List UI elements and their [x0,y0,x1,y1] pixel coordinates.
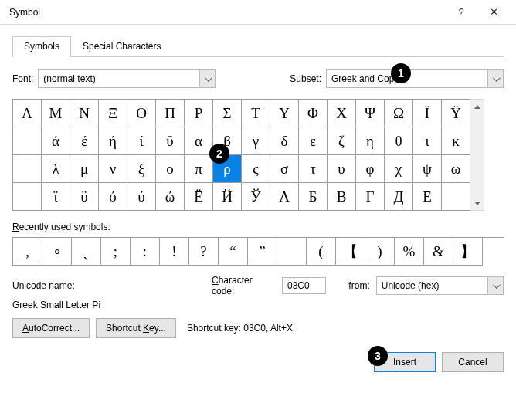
grid-scrollbar[interactable] [470,99,484,211]
tab-special-characters[interactable]: Special Characters [71,36,172,57]
from-combo[interactable]: Unicode (hex) [376,276,504,295]
symbol-cell[interactable]: Χ [328,100,356,127]
symbol-cell[interactable]: ώ [156,183,185,211]
symbol-cell[interactable]: Τ [242,100,270,127]
close-button[interactable]: ✕ [477,1,510,24]
font-dropdown-button[interactable] [199,70,215,87]
symbol-cell[interactable]: ε [299,127,328,155]
char-code-input[interactable]: 03C0 [282,277,326,294]
symbol-cell[interactable]: Й [213,183,242,211]
recent-symbol-cell[interactable]: “ [219,238,248,266]
symbol-cell[interactable]: Е [413,183,442,211]
recent-symbol-cell[interactable]: : [131,238,160,266]
symbol-cell[interactable]: ξ [127,155,156,183]
symbol-cell[interactable]: λ [42,155,70,183]
symbol-cell[interactable]: σ [270,155,299,183]
recent-symbol-cell[interactable]: % [395,238,424,266]
recent-symbol-cell[interactable]: ? [189,238,219,266]
symbol-cell[interactable]: Ν [70,100,99,127]
symbol-cell[interactable]: Σ [213,100,242,127]
tab-symbols[interactable]: Symbols [12,36,71,57]
recent-symbol-cell[interactable]: 【 [336,238,365,266]
symbol-cell[interactable]: Ο [127,100,156,127]
help-button[interactable]: ? [445,1,477,24]
recent-grid[interactable]: ,∘ˎ;:!?“”(【)%&】 [12,237,504,266]
scroll-down-button[interactable] [470,196,484,210]
symbol-cell[interactable]: Ω [385,100,413,127]
symbol-cell[interactable]: π [185,155,213,183]
scroll-up-button[interactable] [470,100,484,113]
symbol-cell[interactable]: Г [356,183,385,211]
symbol-cell[interactable]: μ [70,155,99,183]
cancel-button[interactable]: Cancel [442,352,504,372]
symbol-cell[interactable]: θ [385,127,413,155]
symbol-cell[interactable]: ψ [413,155,442,183]
symbol-cell[interactable]: ς [242,155,270,183]
from-label: from: [348,280,369,291]
symbol-cell[interactable]: ζ [328,127,356,155]
symbol-cell[interactable] [13,127,42,155]
symbol-grid[interactable]: ΛΜΝΞΟΠΡΣΤΥΦΧΨΩΪΫάέήίΰαβγδεζηθικλμνξοπρςσ… [12,99,470,211]
symbol-cell[interactable]: ι [413,127,442,155]
symbol-cell[interactable]: Π [156,100,185,127]
unicode-name-row: Unicode name: Character code: 03C0 from:… [12,275,504,296]
symbol-cell[interactable]: ϋ [70,183,99,211]
symbol-cell[interactable]: ω [442,155,470,183]
symbol-cell[interactable]: δ [270,127,299,155]
symbol-cell[interactable]: Ξ [99,100,127,127]
symbol-cell[interactable] [13,183,42,211]
recent-symbol-cell[interactable]: ∘ [42,238,72,266]
recent-symbol-cell[interactable]: ” [248,238,277,266]
recent-symbol-cell[interactable]: , [13,238,42,266]
symbol-cell[interactable]: Ё [185,183,213,211]
symbol-cell[interactable]: Б [299,183,328,211]
symbol-cell[interactable]: Ϋ [442,100,470,127]
symbol-cell[interactable]: ο [156,155,185,183]
symbol-cell[interactable] [442,183,470,211]
symbol-cell[interactable]: Μ [42,100,70,127]
symbol-cell[interactable]: ν [99,155,127,183]
symbol-cell[interactable]: γ [242,127,270,155]
symbol-cell[interactable]: Д [385,183,413,211]
symbol-cell[interactable]: ΰ [156,127,185,155]
symbol-cell[interactable]: Ψ [356,100,385,127]
symbol-cell[interactable]: έ [70,127,99,155]
symbol-cell[interactable]: ά [42,127,70,155]
symbol-cell[interactable]: Ϊ [413,100,442,127]
symbol-cell[interactable]: ϊ [42,183,70,211]
from-dropdown-button[interactable] [487,277,503,294]
symbol-cell[interactable]: Υ [270,100,299,127]
symbol-cell[interactable]: А [270,183,299,211]
shortcut-key-button[interactable]: Shortcut Key... [96,318,176,338]
symbol-cell[interactable]: υ [328,155,356,183]
recent-symbol-cell[interactable]: ˎ [72,238,101,266]
symbol-cell[interactable]: ή [99,127,127,155]
symbol-cell[interactable]: В [328,183,356,211]
recent-symbol-cell[interactable]: ) [365,238,395,266]
autocorrect-button[interactable]: AutoCorrect... [12,318,90,338]
symbol-cell[interactable]: χ [385,155,413,183]
recent-symbol-cell[interactable]: ! [160,238,189,266]
symbol-cell[interactable]: η [356,127,385,155]
recent-symbol-cell[interactable]: ; [101,238,131,266]
symbol-cell[interactable]: Ў [242,183,270,211]
recent-symbol-cell[interactable]: ( [307,238,336,266]
symbol-cell[interactable]: τ [299,155,328,183]
symbol-cell[interactable]: φ [356,155,385,183]
symbol-cell[interactable]: ί [127,127,156,155]
chevron-down-icon [493,283,498,289]
symbol-cell[interactable]: Φ [299,100,328,127]
symbol-cell[interactable]: ύ [127,183,156,211]
symbol-cell[interactable]: κ [442,127,470,155]
recent-symbol-cell[interactable] [277,238,307,266]
subset-combo[interactable]: Greek and Coptic [326,69,504,88]
recent-symbol-cell[interactable]: 】 [453,238,483,266]
subset-dropdown-button[interactable] [487,70,503,87]
scroll-track[interactable] [470,113,484,196]
symbol-cell[interactable]: Ρ [185,100,213,127]
symbol-cell[interactable]: ό [99,183,127,211]
symbol-cell[interactable]: Λ [13,100,42,127]
symbol-cell[interactable] [13,155,42,183]
font-combo[interactable]: (normal text) [38,69,216,88]
recent-symbol-cell[interactable]: & [424,238,453,266]
